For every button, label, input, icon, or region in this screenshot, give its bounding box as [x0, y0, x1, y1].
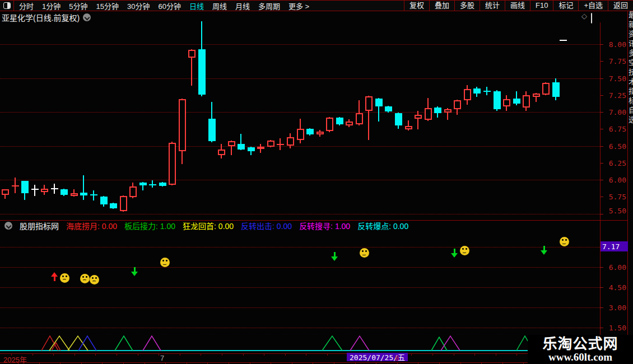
time-axis-tick	[201, 354, 201, 356]
signal-triangle	[431, 337, 447, 351]
time-axis-month-label: 7	[160, 354, 164, 362]
arrow-stem	[54, 276, 55, 281]
signal-triangle	[68, 336, 88, 351]
signal-triangle	[143, 336, 161, 351]
up-arrow-icon	[51, 272, 58, 281]
indicator-axis-label: 1.50	[602, 324, 626, 332]
sad-face-icon	[90, 275, 99, 284]
time-axis-tick	[454, 354, 454, 356]
time-axis-tick	[496, 354, 496, 356]
sad-face-icon	[60, 273, 69, 283]
right-side-panel-strip[interactable]: 最新资讯多空技术指标自选	[628, 11, 633, 364]
time-axis-tick	[222, 354, 222, 356]
time-axis-tick	[138, 354, 138, 356]
trading-app-window: 分时1分钟5分钟15分钟30分钟60分钟日线周线月线多周期更多 > 复权叠加多股…	[0, 0, 633, 364]
indicator-gridline	[0, 307, 600, 308]
arrow-head	[331, 256, 338, 261]
indicator-axis-label: 6.00	[602, 263, 626, 272]
signal-triangle	[322, 336, 342, 351]
time-axis-month-label: 8	[395, 354, 399, 362]
signal-triangle	[350, 336, 369, 351]
smiley-face-icon	[160, 258, 170, 267]
arrow-head	[541, 250, 547, 255]
down-arrow-icon	[131, 267, 138, 276]
indicator-gridline	[0, 267, 600, 268]
indicator-gridline	[0, 328, 600, 328]
sad-face-icon	[80, 274, 90, 283]
signal-triangle	[441, 336, 460, 351]
time-axis-tick	[53, 354, 54, 356]
down-arrow-icon	[541, 246, 547, 255]
time-axis-tick	[75, 354, 75, 356]
time-axis-tick	[243, 354, 244, 356]
watermark-url: www.60lt.com	[548, 351, 612, 363]
indicator-gridline	[0, 287, 600, 288]
arrow-head	[451, 253, 458, 258]
time-axis-tick	[285, 354, 286, 356]
smiley-face-icon	[360, 248, 369, 258]
time-axis-tick	[432, 354, 433, 356]
right-strip-label: 最新资讯多空技术指标自选	[628, 11, 633, 125]
watermark: 乐淘公式网 www.60lt.com	[528, 335, 633, 364]
arrow-head	[131, 272, 138, 276]
time-axis-tick	[327, 354, 328, 356]
time-axis-tick	[474, 354, 475, 356]
down-arrow-icon	[451, 249, 458, 258]
time-axis-tick	[95, 354, 96, 356]
indicator-gridline	[0, 247, 600, 248]
indicator-panel[interactable]: 6.004.503.001.50	[0, 0, 633, 364]
signal-triangle	[115, 336, 133, 351]
watermark-title: 乐淘公式网	[542, 337, 618, 351]
time-axis-tick	[306, 354, 306, 356]
time-axis-tick	[117, 354, 117, 356]
signal-triangle	[78, 336, 96, 351]
time-axis-tick	[411, 354, 412, 356]
time-axis-tick	[264, 354, 264, 356]
arrow-head	[51, 272, 58, 277]
indicator-axis-label: 3.00	[602, 304, 626, 312]
smiley-face-icon	[460, 246, 469, 255]
down-arrow-icon	[331, 252, 338, 261]
indicator-axis-label: 4.50	[602, 283, 626, 292]
time-axis-tick	[159, 354, 159, 356]
time-axis-tick	[516, 354, 517, 356]
time-axis-tick	[32, 354, 33, 356]
smiley-face-icon	[560, 237, 569, 246]
time-axis-tick	[180, 354, 180, 356]
time-axis-year-label: 2025年	[3, 354, 27, 364]
current-value-badge: 7.17	[601, 241, 629, 251]
